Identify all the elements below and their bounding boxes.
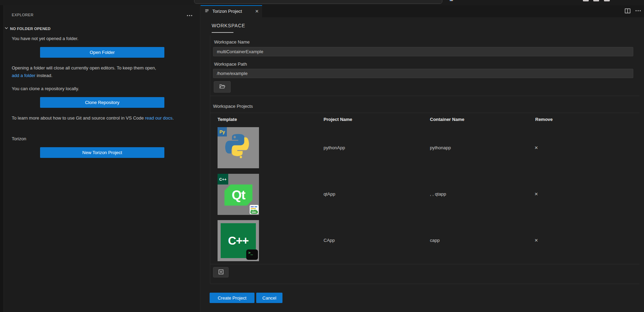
list-icon bbox=[205, 8, 210, 14]
workspace-name-input[interactable] bbox=[213, 47, 633, 56]
command-center-searchbox[interactable] bbox=[194, 0, 442, 4]
terminal-badge-icon: >_ bbox=[246, 249, 258, 260]
tab-title: Torizon Project bbox=[212, 9, 242, 14]
close-button[interactable] bbox=[604, 0, 610, 1]
workspace-projects-label: Workspace Projects bbox=[213, 104, 253, 109]
project-name-cell: CApp bbox=[324, 238, 335, 243]
qml-badge: QML bbox=[250, 205, 259, 214]
remove-row-icon[interactable]: × bbox=[535, 145, 538, 151]
form-left-border bbox=[210, 35, 210, 284]
git-docs-note: To learn more about how to use Git and s… bbox=[12, 114, 177, 122]
read-our-docs-link[interactable]: read our docs bbox=[145, 115, 173, 121]
vscode-window: EXPLORER NO FOLDER OPENED You have not y… bbox=[0, 0, 644, 312]
chevron-down-icon bbox=[4, 26, 8, 31]
add-folder-link[interactable]: add a folder bbox=[12, 73, 36, 78]
more-actions-icon[interactable] bbox=[635, 9, 641, 14]
open-folder-note: Opening a folder will close all currentl… bbox=[12, 64, 177, 79]
open-note-suffix: instead. bbox=[36, 73, 52, 78]
open-folder-button[interactable]: Open Folder bbox=[40, 47, 164, 58]
create-project-button[interactable]: Create Project bbox=[210, 293, 254, 303]
minimize-button[interactable] bbox=[583, 0, 589, 1]
workspace-name-label: Workspace Name bbox=[214, 39, 250, 45]
clone-repository-button[interactable]: Clone Repository bbox=[40, 97, 164, 108]
git-note-suffix: . bbox=[172, 115, 174, 121]
browse-folder-button[interactable] bbox=[214, 81, 231, 93]
activity-bar-strip bbox=[0, 5, 4, 312]
clone-message: You can clone a repository locally. bbox=[12, 85, 177, 93]
remove-row-icon[interactable]: × bbox=[535, 191, 538, 197]
cancel-button[interactable]: Cancel bbox=[256, 293, 282, 303]
tab-close-icon[interactable]: × bbox=[255, 8, 259, 14]
titlebar-extension-icon bbox=[450, 0, 453, 1]
workspace-heading-underline bbox=[212, 32, 233, 33]
new-torizon-project-button[interactable]: New Torizon Project bbox=[40, 147, 164, 158]
more-actions-icon[interactable] bbox=[186, 13, 193, 18]
cpp-badge: C++ bbox=[218, 174, 228, 185]
no-folder-opened-section[interactable]: NO FOLDER OPENED bbox=[4, 26, 51, 31]
workspace-heading: WORKSPACE bbox=[212, 23, 245, 28]
maximize-button[interactable] bbox=[593, 0, 599, 1]
open-note-line1: Opening a folder will close all currentl… bbox=[12, 65, 156, 70]
editor-actions bbox=[625, 5, 641, 17]
workspace-path-input[interactable] bbox=[213, 69, 633, 78]
section-label: NO FOLDER OPENED bbox=[10, 27, 51, 31]
container-name-cell: pythonapp bbox=[430, 145, 451, 150]
separator bbox=[210, 264, 640, 264]
separator bbox=[210, 284, 640, 284]
python-logo-icon bbox=[224, 133, 252, 162]
add-project-button[interactable] bbox=[213, 267, 229, 277]
container-name-cell: capp bbox=[430, 238, 440, 243]
header-remove: Remove bbox=[535, 117, 553, 122]
header-container-name: Container Name bbox=[430, 117, 464, 122]
empty-folder-message: You have not yet opened a folder. bbox=[12, 35, 177, 42]
folder-open-icon bbox=[219, 84, 225, 90]
split-editor-icon[interactable] bbox=[625, 8, 631, 15]
separator bbox=[210, 113, 640, 113]
container-name-cell: , , qtapp bbox=[430, 191, 446, 197]
remove-row-icon[interactable]: × bbox=[535, 237, 538, 244]
add-plus-icon bbox=[218, 269, 224, 276]
template-thumbnail-cpp: C++ >_ bbox=[218, 220, 259, 261]
workspace-path-label: Workspace Path bbox=[214, 62, 247, 67]
git-note-prefix: To learn more about how to use Git and s… bbox=[12, 115, 145, 121]
explorer-sidebar: EXPLORER NO FOLDER OPENED You have not y… bbox=[0, 5, 200, 312]
qt-logo-icon: Qt bbox=[224, 185, 252, 206]
explorer-title: EXPLORER bbox=[12, 13, 33, 17]
template-thumbnail-python: Py bbox=[218, 127, 259, 168]
project-name-cell: qtApp bbox=[324, 191, 335, 197]
editor-tab-bar: Torizon Project × bbox=[201, 5, 644, 17]
header-template: Template bbox=[218, 117, 237, 122]
title-bar bbox=[0, 0, 644, 5]
header-project-name: Project Name bbox=[324, 117, 352, 122]
tab-torizon-project[interactable]: Torizon Project × bbox=[201, 5, 262, 17]
qml-pill-label: QML bbox=[250, 210, 258, 214]
project-name-cell: pythonApp bbox=[324, 145, 345, 150]
template-thumbnail-qt: C++ Qt QML bbox=[218, 174, 259, 215]
torizon-section-label: Torizon bbox=[12, 135, 177, 143]
separator bbox=[210, 96, 640, 96]
